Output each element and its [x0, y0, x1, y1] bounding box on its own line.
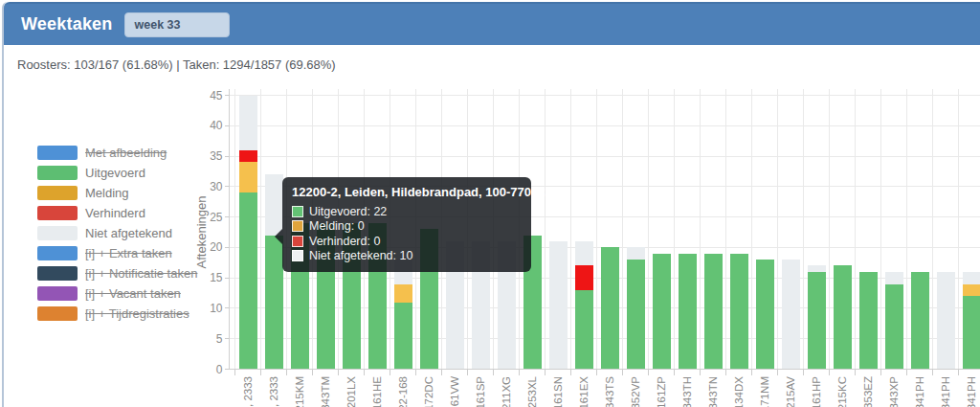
bar-segment[interactable]: [704, 254, 723, 370]
bar-segment[interactable]: [239, 192, 257, 369]
bar-segment[interactable]: [834, 265, 852, 369]
bar-segment[interactable]: [265, 174, 283, 236]
bar-segment[interactable]: [601, 247, 619, 369]
legend-item-3[interactable]: Verhinderd: [37, 203, 197, 223]
tooltip-row: Verhinderd: 0: [292, 234, 520, 249]
x-axis-label: 341PH: [940, 376, 951, 407]
bar-segment[interactable]: [394, 284, 412, 303]
bar-segment[interactable]: [963, 272, 980, 284]
legend-item-1[interactable]: Uitgevoerd: [37, 163, 197, 183]
bar-segment[interactable]: [575, 290, 593, 370]
x-axis-tick: [570, 370, 571, 375]
tooltip-caret-icon: [275, 229, 282, 244]
x-axis-tick: [880, 370, 881, 375]
x-axis-tick: [829, 370, 830, 375]
gridline: [596, 89, 597, 370]
x-axis-tick: [932, 370, 933, 375]
bar-segment[interactable]: [756, 260, 774, 369]
bar-segment[interactable]: [911, 272, 929, 370]
x-axis-tick: [545, 370, 546, 375]
bar-segment[interactable]: [239, 96, 257, 150]
bar-segment[interactable]: [679, 254, 697, 370]
bar-segment[interactable]: [265, 236, 283, 370]
bar-segment[interactable]: [963, 296, 980, 369]
x-axis-tick: [906, 370, 907, 375]
bar-segment[interactable]: [859, 272, 878, 370]
x-axis-label: 352VP: [630, 376, 641, 407]
x-axis-label: 22-168: [397, 376, 409, 407]
bar-segment[interactable]: [394, 303, 412, 370]
x-axis-label: 343XP: [888, 376, 900, 407]
bar-segment[interactable]: [627, 260, 645, 369]
header-bar: Weektaken week 33: [4, 2, 980, 45]
x-axis-tick: [234, 370, 235, 375]
x-axis-tick: [777, 370, 778, 375]
bar-segment[interactable]: [239, 162, 257, 192]
x-axis-label: 253XL: [526, 376, 538, 407]
tooltip-title: 12200-2, Leiden, Hildebrandpad, 100-770,…: [292, 185, 520, 199]
y-tick-label: 20: [198, 240, 223, 254]
bar-segment[interactable]: [239, 150, 257, 163]
bar-segment[interactable]: [885, 284, 903, 370]
bar-segment[interactable]: [627, 247, 645, 260]
legend-item-7[interactable]: [i] + Vacant taken: [37, 283, 197, 304]
bar-segment[interactable]: [575, 265, 593, 289]
gridline: [674, 89, 675, 370]
bar-segment[interactable]: [808, 265, 826, 271]
legend-swatch: [37, 306, 78, 321]
x-axis-tick: [467, 370, 468, 375]
legend-swatch: [37, 266, 78, 281]
tooltip-value: Melding: 0: [309, 219, 365, 233]
y-tick-label: 10: [198, 302, 223, 315]
bar-segment[interactable]: [963, 284, 980, 297]
x-axis-tick: [415, 370, 416, 375]
x-axis-label: 134DX: [733, 376, 745, 407]
legend-item-4[interactable]: Niet afgetekend: [37, 223, 197, 243]
gridline: [234, 89, 235, 370]
x-axis-label: 161HP: [811, 376, 822, 407]
legend-swatch: [37, 226, 78, 240]
legend-label: Melding: [85, 186, 129, 200]
y-tick-label: 35: [198, 149, 223, 163]
bar-segment[interactable]: [808, 272, 826, 370]
tooltip-swatch: [292, 206, 303, 217]
x-axis-label: 343TS: [604, 376, 615, 407]
gridline: [958, 89, 959, 370]
bar-segment[interactable]: [653, 254, 671, 370]
y-tick-label: 5: [198, 332, 223, 346]
legend-item-6[interactable]: [i] + Notificatie taken: [37, 263, 197, 283]
x-axis-label: 161HE: [371, 376, 383, 407]
legend-item-5[interactable]: [i] + Extra taken: [37, 243, 197, 263]
x-axis-tick: [596, 370, 597, 375]
legend-label: Verhinderd: [85, 206, 145, 220]
bar-segment[interactable]: [937, 272, 955, 370]
gridline: [648, 89, 649, 370]
x-axis-tick: [390, 370, 390, 375]
x-axis-tick: [622, 370, 623, 375]
bar-segment[interactable]: [730, 254, 748, 370]
gridline: [751, 89, 752, 370]
gridline: [570, 89, 571, 370]
tooltip: 12200-2, Leiden, Hildebrandpad, 100-770,…: [282, 177, 531, 272]
legend-item-8[interactable]: [i] + Tijdregistraties: [37, 304, 197, 324]
x-axis-label: 201LX: [345, 376, 357, 407]
tooltip-swatch: [292, 220, 303, 232]
tooltip-rows: Uitgevoerd: 22Melding: 0Verhinderd: 0Nie…: [292, 204, 520, 263]
legend-swatch: [37, 166, 78, 180]
main-panel: Weektaken week 33 Roosters: 103/167 (61.…: [2, 2, 980, 407]
bar-segment[interactable]: [549, 241, 568, 369]
gridline: [829, 89, 830, 370]
gridline: [725, 89, 726, 370]
x-axis-label: 171NM: [759, 376, 770, 407]
legend-item-0[interactable]: Met afbeelding: [37, 143, 197, 163]
tooltip-row: Niet afgetekend: 10: [292, 249, 520, 264]
bar-segment[interactable]: [575, 241, 593, 265]
bar-segment[interactable]: [782, 260, 800, 369]
x-axis-label: 161SP: [475, 376, 486, 407]
legend-item-2[interactable]: Melding: [37, 183, 197, 203]
bar-segment[interactable]: [885, 272, 903, 284]
legend-label: [i] + Vacant taken: [85, 286, 181, 301]
week-badge[interactable]: week 33: [124, 12, 230, 37]
x-axis-label: 215AV: [785, 376, 796, 407]
tooltip-value: Niet afgetekend: 10: [309, 249, 412, 262]
